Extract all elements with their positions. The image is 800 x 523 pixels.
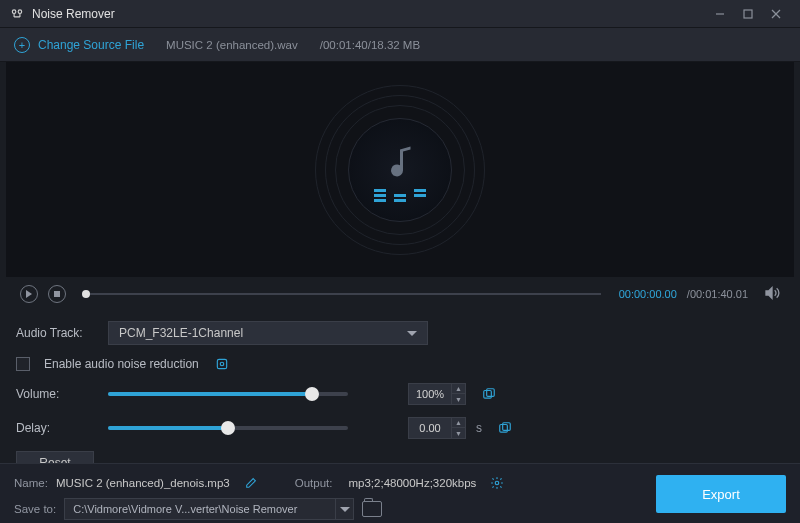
- output-settings-icon[interactable]: [490, 476, 504, 490]
- svg-rect-7: [54, 291, 60, 297]
- source-file-name: MUSIC 2 (enhanced).wav: [166, 39, 298, 51]
- disc-visual: [315, 85, 485, 255]
- change-source-button[interactable]: + Change Source File: [14, 37, 144, 53]
- delay-down-button[interactable]: ▼: [452, 428, 465, 438]
- audio-track-value: PCM_F32LE-1Channel: [119, 326, 243, 340]
- svg-rect-14: [503, 423, 511, 431]
- close-button[interactable]: [762, 0, 790, 28]
- stop-button[interactable]: [48, 285, 66, 303]
- save-path-input[interactable]: C:\Vidmore\Vidmore V...verter\Noise Remo…: [64, 498, 354, 520]
- delay-label: Delay:: [16, 421, 98, 435]
- plus-icon: +: [14, 37, 30, 53]
- preview-area: [6, 62, 794, 277]
- svg-rect-9: [217, 359, 226, 368]
- delay-slider[interactable]: [108, 426, 348, 430]
- svg-rect-3: [744, 10, 752, 18]
- volume-input[interactable]: 100% ▲▼: [408, 383, 466, 405]
- delay-slider-thumb[interactable]: [221, 421, 235, 435]
- bottom-bar: Name: MUSIC 2 (enhanced)_denois.mp3 Outp…: [0, 463, 800, 523]
- volume-up-button[interactable]: ▲: [452, 384, 465, 394]
- svg-point-15: [496, 481, 500, 485]
- svg-marker-8: [766, 287, 772, 298]
- noise-reduction-settings-icon[interactable]: [215, 357, 229, 371]
- volume-slider[interactable]: [108, 392, 348, 396]
- save-path-dropdown[interactable]: [335, 499, 353, 519]
- app-title: Noise Remover: [32, 7, 706, 21]
- browse-folder-icon[interactable]: [362, 501, 382, 517]
- volume-label: Volume:: [16, 387, 98, 401]
- volume-down-button[interactable]: ▼: [452, 394, 465, 404]
- toolbar: + Change Source File MUSIC 2 (enhanced).…: [0, 28, 800, 62]
- timeline-slider[interactable]: [84, 293, 601, 295]
- edit-name-icon[interactable]: [244, 477, 257, 490]
- svg-point-1: [18, 9, 22, 12]
- noise-reduction-checkbox[interactable]: [16, 357, 30, 371]
- delay-up-button[interactable]: ▲: [452, 418, 465, 428]
- audio-track-label: Audio Track:: [16, 326, 98, 340]
- total-duration: /00:01:40.01: [687, 288, 748, 300]
- maximize-button[interactable]: [734, 0, 762, 28]
- play-button[interactable]: [20, 285, 38, 303]
- noise-reduction-label: Enable audio noise reduction: [44, 357, 199, 371]
- svg-point-0: [12, 9, 16, 12]
- change-source-label: Change Source File: [38, 38, 144, 52]
- svg-point-10: [220, 362, 224, 366]
- output-format: mp3;2;48000Hz;320kbps: [348, 477, 476, 489]
- volume-icon[interactable]: [764, 285, 780, 304]
- volume-link-icon[interactable]: [482, 387, 496, 401]
- output-label: Output:: [295, 477, 333, 489]
- save-to-label: Save to:: [14, 503, 56, 515]
- chevron-down-icon: [407, 331, 417, 336]
- delay-unit: s: [476, 421, 482, 435]
- app-icon: [10, 7, 24, 21]
- title-bar: Noise Remover: [0, 0, 800, 28]
- volume-slider-thumb[interactable]: [305, 387, 319, 401]
- delay-link-icon[interactable]: [498, 421, 512, 435]
- minimize-button[interactable]: [706, 0, 734, 28]
- name-label: Name:: [14, 477, 48, 489]
- svg-marker-6: [26, 290, 32, 298]
- transport-bar: 00:00:00.00 /00:01:40.01: [6, 277, 794, 311]
- svg-rect-11: [484, 391, 492, 399]
- svg-rect-13: [500, 425, 508, 433]
- current-time: 00:00:00.00: [619, 288, 677, 300]
- delay-input[interactable]: 0.00 ▲▼: [408, 417, 466, 439]
- audio-track-select[interactable]: PCM_F32LE-1Channel: [108, 321, 428, 345]
- export-button[interactable]: Export: [656, 475, 786, 513]
- source-file-meta: /00:01:40/18.32 MB: [320, 39, 420, 51]
- svg-rect-12: [487, 389, 495, 397]
- output-name: MUSIC 2 (enhanced)_denois.mp3: [56, 477, 230, 489]
